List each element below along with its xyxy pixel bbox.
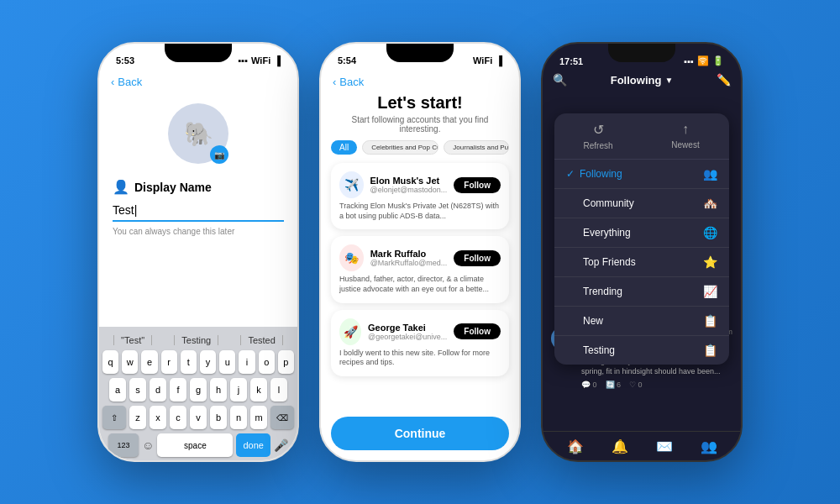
- dropdown-item-top-friends[interactable]: Top Friends ⭐: [554, 248, 729, 277]
- dropdown-item-community[interactable]: Community 🏘️: [554, 189, 729, 218]
- key-d[interactable]: d: [150, 378, 166, 402]
- dropdown-item-label-top-friends: Top Friends: [583, 256, 703, 268]
- follow-info-1: Mark Ruffalo @MarkRuffalo@med...: [370, 249, 448, 267]
- key-i[interactable]: i: [239, 350, 255, 374]
- avatar-emoji: 🐘: [184, 120, 213, 148]
- dropdown-item-label-community: Community: [583, 197, 703, 209]
- dropdown-item-testing[interactable]: Testing 📋: [554, 336, 729, 365]
- search-icon[interactable]: 🔍: [553, 73, 567, 87]
- key-y[interactable]: y: [200, 350, 216, 374]
- refresh-label: Refresh: [583, 141, 612, 150]
- follow-button-1[interactable]: Follow: [454, 250, 501, 266]
- dropdown-item-trending[interactable]: Trending 📈: [554, 277, 729, 307]
- follow-desc-0: Tracking Elon Musk's Private Jet (N628TS…: [339, 202, 501, 221]
- key-s[interactable]: s: [129, 378, 146, 402]
- key-c[interactable]: c: [170, 406, 186, 429]
- dropdown-item-everything[interactable]: Everything 🌐: [554, 218, 729, 248]
- follow-handle-2: @georgetakei@unive...: [368, 333, 447, 341]
- key-r[interactable]: r: [161, 350, 177, 374]
- lets-start-subtitle: Start following accounts that you find i…: [331, 115, 509, 134]
- phone-2-lets-start: 5:54 WiFi ▐ ‹ Back Let's start! Start fo…: [319, 42, 521, 462]
- space-key[interactable]: space: [157, 433, 233, 457]
- key-k[interactable]: k: [250, 378, 267, 402]
- key-m[interactable]: m: [250, 406, 267, 429]
- input-hint: You can always change this later: [99, 222, 297, 241]
- lets-start-title: Let's start!: [377, 93, 462, 113]
- delete-key[interactable]: ⌫: [270, 406, 294, 429]
- key-a[interactable]: a: [109, 378, 126, 402]
- nav-notification-icon[interactable]: 🔔: [612, 438, 628, 454]
- newest-action[interactable]: ↑ Newest: [642, 113, 729, 159]
- follow-button-0[interactable]: Follow: [454, 177, 501, 193]
- following-icon: 👥: [703, 167, 717, 181]
- dropdown-item-following[interactable]: ✓ Following 👥: [554, 160, 729, 189]
- back-button-2[interactable]: ‹ Back: [321, 69, 519, 88]
- avatar[interactable]: 🐘 📷: [168, 103, 228, 164]
- nav-community-icon[interactable]: 👥: [701, 438, 717, 454]
- key-v[interactable]: v: [190, 406, 207, 429]
- key-123[interactable]: 123: [108, 433, 139, 457]
- signal-icon: ▪▪▪: [238, 55, 248, 66]
- phone-3-feed: 17:51 ▪▪▪ 🛜 🔋 🔍 Following ▼ ✏️ ↺ Refresh: [541, 42, 743, 462]
- follow-avatar-1: 🎭: [339, 244, 364, 271]
- key-x[interactable]: x: [150, 406, 166, 429]
- phone1-time: 5:53: [116, 55, 134, 66]
- reply-count[interactable]: 💬 0: [581, 381, 597, 389]
- key-j[interactable]: j: [230, 378, 247, 402]
- tab-celebrities[interactable]: Celebrities and Pop Culture: [362, 140, 438, 155]
- wifi-icon: WiFi: [251, 55, 270, 66]
- key-g[interactable]: g: [190, 378, 207, 402]
- phone2-status-icons: WiFi ▐: [473, 55, 502, 66]
- dictation-key[interactable]: 🎤: [274, 438, 288, 452]
- key-l[interactable]: l: [270, 378, 287, 402]
- key-b[interactable]: b: [210, 406, 227, 429]
- tab-all[interactable]: All: [331, 140, 357, 155]
- like-count[interactable]: ♡ 0: [629, 381, 643, 389]
- key-w[interactable]: w: [122, 350, 138, 374]
- feed-filter-dropdown: ↺ Refresh ↑ Newest ✓ Following 👥 Communi…: [554, 113, 729, 365]
- retweet-count[interactable]: 🔄 6: [606, 381, 622, 389]
- emoji-key[interactable]: ☺: [142, 438, 154, 452]
- follow-info-2: George Takei @georgetakei@unive...: [368, 323, 447, 341]
- follow-desc-2: I boldly went to this new site. Follow f…: [339, 349, 501, 368]
- refresh-action[interactable]: ↺ Refresh: [554, 113, 642, 159]
- key-n[interactable]: n: [230, 406, 247, 429]
- autocomplete-item-1[interactable]: Testing: [174, 335, 218, 345]
- back-label: Back: [118, 76, 142, 88]
- display-name-input[interactable]: Test|: [113, 200, 284, 222]
- chevron-left-icon: ‹: [111, 76, 114, 88]
- autocomplete-item-2[interactable]: Tested: [240, 335, 282, 345]
- key-o[interactable]: o: [259, 350, 275, 374]
- follow-desc-1: Husband, father, actor, director, & a cl…: [339, 275, 501, 294]
- key-t[interactable]: t: [181, 350, 197, 374]
- battery-icon2: ▐: [496, 55, 502, 66]
- shift-key[interactable]: ⇧: [102, 406, 126, 429]
- camera-icon[interactable]: 📷: [210, 145, 228, 164]
- autocomplete-item-0[interactable]: "Test": [113, 335, 152, 345]
- continue-button[interactable]: Continue: [331, 417, 509, 450]
- done-key[interactable]: done: [236, 433, 270, 457]
- nav-message-icon[interactable]: ✉️: [656, 438, 673, 454]
- header-title[interactable]: Following ▼: [611, 74, 674, 87]
- chevron-left-icon2: ‹: [333, 76, 336, 88]
- newest-icon: ↑: [682, 122, 689, 137]
- follow-button-2[interactable]: Follow: [454, 323, 501, 339]
- testing-icon: 📋: [703, 344, 717, 357]
- key-q[interactable]: q: [102, 350, 118, 374]
- key-p[interactable]: p: [278, 350, 294, 374]
- nav-home-icon[interactable]: 🏠: [567, 438, 584, 454]
- key-u[interactable]: u: [219, 350, 235, 374]
- keyboard-bottom-row: 123 ☺ space done 🎤: [102, 433, 294, 457]
- key-h[interactable]: h: [210, 378, 227, 402]
- key-f[interactable]: f: [170, 378, 186, 402]
- follow-name-2: George Takei: [368, 323, 447, 333]
- back-button[interactable]: ‹ Back: [99, 69, 297, 88]
- dropdown-item-new[interactable]: New 📋: [554, 307, 729, 336]
- keyboard: "Test" Testing Tested q w e r t y u i o …: [99, 327, 297, 460]
- key-e[interactable]: e: [141, 350, 157, 374]
- key-z[interactable]: z: [129, 406, 146, 429]
- keyboard-row-1: q w e r t y u i o p: [102, 350, 294, 374]
- tab-journalists[interactable]: Journalists and Publ...: [444, 140, 509, 155]
- compose-icon[interactable]: ✏️: [717, 73, 731, 87]
- field-label: Display Name: [134, 181, 212, 194]
